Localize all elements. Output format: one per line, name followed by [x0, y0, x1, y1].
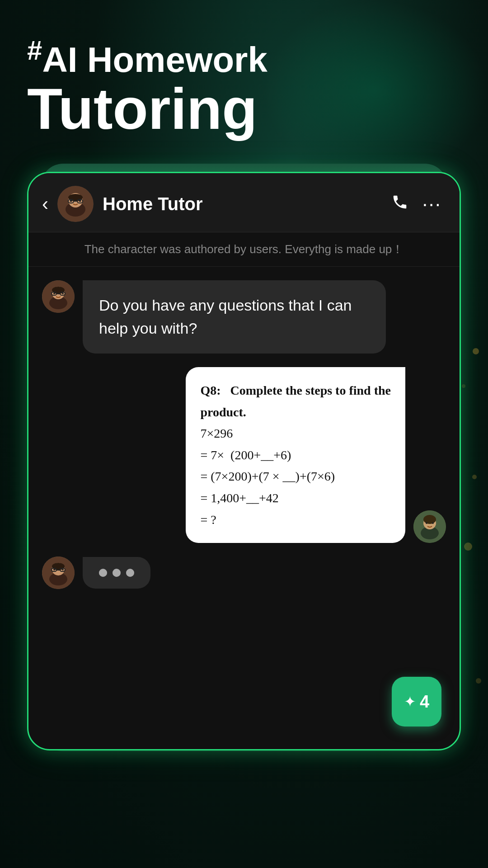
svg-point-7 [70, 200, 72, 202]
question-label: Q8: [200, 383, 230, 397]
received-message-1: Do you have any questions that I can hel… [42, 280, 446, 354]
message-text-1: Do you have any questions that I can hel… [99, 297, 352, 337]
particle [462, 384, 465, 388]
math-line-3: = (7×200)+(7 × __)+(7×6) [200, 469, 335, 483]
typing-dot-1 [99, 569, 107, 577]
phone-stack: ‹ Home T [27, 172, 461, 750]
particle [476, 678, 481, 684]
svg-point-22 [426, 522, 427, 524]
svg-point-23 [432, 522, 434, 524]
tutor-avatar-typing [42, 557, 75, 589]
hero-line2: Tutoring [27, 79, 461, 139]
fab-star-icon: ✦ [404, 693, 416, 710]
bubble-received-1: Do you have any questions that I can hel… [83, 280, 386, 354]
chat-body: Do you have any questions that I can hel… [28, 267, 460, 603]
math-line-5: = ? [200, 513, 216, 527]
tutor-avatar-msg [42, 280, 75, 313]
question-title: Complete the steps to find the [230, 383, 391, 397]
typing-dot-3 [126, 569, 134, 577]
hero-section: #AI Homework Tutoring [27, 36, 461, 139]
svg-point-8 [79, 200, 81, 202]
avatar [57, 186, 94, 222]
particle [464, 542, 472, 551]
math-question: Q8: Complete the steps to find the produ… [200, 380, 391, 530]
typing-indicator [42, 557, 446, 589]
chat-header: ‹ Home T [28, 173, 460, 232]
hash-symbol: # [27, 35, 42, 66]
header-icons: ··· [391, 193, 441, 215]
contact-name: Home Tutor [103, 194, 382, 214]
hero-hash-line: #AI Homework [27, 36, 461, 79]
back-button[interactable]: ‹ [42, 194, 48, 213]
svg-point-17 [62, 292, 64, 294]
math-line-1: 7×296 [200, 426, 233, 440]
disclaimer-text: The character was authored by users. Eve… [28, 232, 460, 267]
typing-dot-2 [113, 569, 121, 577]
particle [472, 475, 477, 479]
math-line-2: = 7× (200+__+6) [200, 448, 291, 462]
svg-point-21 [423, 515, 436, 524]
phone-icon[interactable] [391, 193, 408, 215]
particle [473, 348, 479, 354]
fab-count: 4 [420, 692, 429, 712]
fab-button[interactable]: ✦ 4 [392, 677, 441, 726]
user-avatar-msg [413, 510, 446, 543]
sent-message-1: Q8: Complete the steps to find the produ… [42, 367, 446, 543]
svg-point-32 [62, 569, 64, 571]
math-line-4: = 1,400+__+42 [200, 491, 278, 505]
svg-point-16 [53, 292, 55, 294]
typing-bubble [83, 557, 150, 589]
hero-line1: AI Homework [42, 40, 267, 80]
more-options-icon[interactable]: ··· [422, 193, 441, 215]
question-title-2: product. [200, 405, 246, 419]
svg-point-31 [53, 569, 55, 571]
phone-mockup: ‹ Home T [27, 172, 461, 750]
homework-image-bubble: Q8: Complete the steps to find the produ… [186, 367, 405, 543]
